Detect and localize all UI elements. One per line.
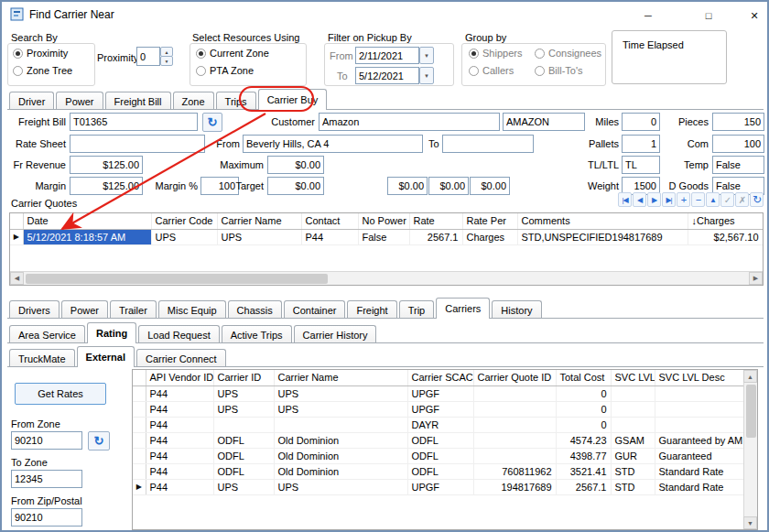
tab-carrier-buy[interactable]: Carrier Buy: [258, 89, 328, 110]
calendar-dropdown-icon[interactable]: ▼: [419, 67, 434, 84]
fr-revenue-field[interactable]: [70, 156, 143, 174]
cell-carrier-quote-id[interactable]: [473, 417, 556, 432]
tab-zone[interactable]: Zone: [173, 92, 214, 110]
tab-rating[interactable]: Rating: [87, 322, 136, 343]
nav-first-icon[interactable]: |◀: [618, 192, 632, 207]
cell-carrier-name[interactable]: UPS: [274, 401, 407, 417]
table-row[interactable]: P44 UPS UPS UPGF 0: [133, 401, 743, 417]
miles-field[interactable]: [622, 113, 660, 131]
nav-last-icon[interactable]: ▶|: [662, 192, 676, 207]
nav-insert-icon[interactable]: +: [677, 192, 690, 207]
rates-vscrollbar[interactable]: ▲ ▼: [743, 370, 757, 529]
quote-row[interactable]: ▶ 5/12/2021 8:18:57 AM UPS UPS P44 False…: [10, 229, 763, 244]
temp-field[interactable]: [712, 156, 764, 174]
radio-zone-tree[interactable]: Zone Tree: [13, 65, 72, 76]
cell-carrier-id[interactable]: UPS: [213, 401, 274, 417]
col-carrier-name2[interactable]: Carrier Name: [274, 370, 407, 385]
radio-pta-zone[interactable]: PTA Zone: [196, 65, 254, 76]
tab-history[interactable]: History: [492, 300, 541, 319]
radio-bill-tos[interactable]: Bill-To's: [535, 65, 583, 76]
target-extra-2-field[interactable]: [428, 177, 469, 195]
radio-shippers[interactable]: Shippers: [469, 48, 522, 59]
cell-svc-lvl-desc[interactable]: [655, 417, 743, 432]
tab-carrier-history[interactable]: Carrier History: [294, 325, 377, 343]
cell-total-cost[interactable]: 0: [556, 401, 611, 417]
col-svc-lvl-desc[interactable]: SVC LVL Desc: [655, 370, 743, 385]
cell-api-vendor-id[interactable]: P44: [146, 432, 213, 448]
cell-svc-lvl[interactable]: STD: [611, 479, 655, 494]
table-row[interactable]: P44 UPS UPS UPGF 0: [133, 385, 743, 401]
vscroll-thumb[interactable]: [746, 385, 756, 438]
target-field[interactable]: [267, 177, 324, 195]
cell-carrier-name[interactable]: UPS: [217, 229, 301, 244]
cell-carrier-name[interactable]: UPS: [274, 479, 407, 494]
tl-ltl-field[interactable]: [622, 156, 660, 174]
col-date[interactable]: Date: [23, 213, 151, 229]
cell-charges[interactable]: $2,567.10: [688, 229, 763, 244]
cell-svc-lvl[interactable]: [611, 385, 655, 401]
nav-cancel-icon[interactable]: ✗: [735, 192, 749, 207]
cell-carrier-id[interactable]: UPS: [213, 385, 274, 401]
cell-rate[interactable]: 2567.1: [409, 229, 462, 244]
minimize-button[interactable]: ─: [636, 6, 660, 25]
customer-code-field[interactable]: [503, 113, 585, 131]
cell-carrier-quote-id[interactable]: [473, 448, 556, 463]
col-api-vendor-id[interactable]: API Vendor ID: [146, 370, 213, 385]
cell-carrier-scac[interactable]: ODFL: [407, 432, 473, 448]
pallets-field[interactable]: [622, 135, 660, 153]
scroll-up-icon[interactable]: ▲: [743, 370, 757, 383]
tab-misc-equip[interactable]: Misc Equip: [158, 300, 226, 319]
cell-api-vendor-id[interactable]: P44: [146, 417, 213, 432]
tab-carriers[interactable]: Carriers: [436, 298, 490, 319]
cell-carrier-code[interactable]: UPS: [151, 229, 217, 244]
radio-consignees[interactable]: Consignees: [535, 48, 601, 59]
com-field[interactable]: [712, 135, 764, 153]
tab-power[interactable]: Power: [56, 92, 103, 110]
cell-svc-lvl-desc[interactable]: [655, 401, 743, 417]
to-zone-input[interactable]: [11, 470, 82, 488]
cell-svc-lvl[interactable]: [611, 401, 655, 417]
col-comments[interactable]: Comments: [517, 213, 688, 229]
col-rate-per[interactable]: Rate Per: [462, 213, 517, 229]
cell-svc-lvl-desc[interactable]: Guaranteed: [655, 448, 743, 463]
cell-carrier-scac[interactable]: ODFL: [407, 463, 473, 479]
cell-carrier-id[interactable]: ODFL: [213, 448, 274, 463]
col-carrier-id[interactable]: Carrier ID: [213, 370, 274, 385]
cell-total-cost[interactable]: 4574.23: [556, 432, 611, 448]
cell-svc-lvl[interactable]: STD: [611, 463, 655, 479]
col-charges-sorted[interactable]: ↓Charges: [688, 213, 763, 229]
nav-post-icon[interactable]: ✓: [720, 192, 734, 207]
cell-carrier-quote-id[interactable]: [473, 401, 556, 417]
tab-trip[interactable]: Trip: [399, 300, 435, 319]
cell-contact[interactable]: P44: [301, 229, 358, 244]
radio-current-zone[interactable]: Current Zone: [196, 48, 269, 59]
from-field[interactable]: [243, 135, 423, 153]
cell-svc-lvl-desc[interactable]: Standard Rate: [655, 479, 743, 494]
cell-comments[interactable]: STD,UNSPECIFIED194817689: [517, 229, 688, 244]
cell-total-cost[interactable]: 2567.1: [556, 479, 611, 494]
radio-proximity[interactable]: Proximity: [13, 48, 68, 59]
to-field[interactable]: [442, 135, 534, 153]
cell-carrier-scac[interactable]: UPGF: [407, 401, 473, 417]
target-extra-3-field[interactable]: [470, 177, 510, 195]
calendar-dropdown-icon[interactable]: ▼: [419, 47, 434, 64]
tab-trips[interactable]: Trips: [216, 92, 256, 110]
nav-prior-icon[interactable]: ◀: [633, 192, 646, 207]
cell-api-vendor-id[interactable]: P44: [146, 479, 213, 494]
cell-api-vendor-id[interactable]: P44: [146, 401, 213, 417]
nav-next-icon[interactable]: ▶: [647, 192, 661, 207]
table-row[interactable]: P44 ODFL Old Dominion ODFL 4574.23 GSAM …: [133, 432, 743, 448]
nav-delete-icon[interactable]: −: [691, 192, 705, 207]
cell-api-vendor-id[interactable]: P44: [146, 463, 213, 479]
cell-carrier-scac[interactable]: UPGF: [407, 385, 473, 401]
cell-svc-lvl-desc[interactable]: Standard Rate: [655, 463, 743, 479]
col-carrier-code[interactable]: Carrier Code: [151, 213, 217, 229]
tab-freight-bill[interactable]: Freight Bill: [105, 92, 171, 110]
col-svc-lvl[interactable]: SVC LVL: [611, 370, 655, 385]
refresh-icon[interactable]: ↻: [202, 113, 222, 132]
radio-callers[interactable]: Callers: [469, 65, 514, 76]
cell-carrier-name[interactable]: [274, 417, 407, 432]
cell-date[interactable]: 5/12/2021 8:18:57 AM: [23, 229, 151, 244]
tab-area-service[interactable]: Area Service: [9, 325, 85, 343]
nav-refresh-icon[interactable]: ↻: [750, 192, 764, 207]
